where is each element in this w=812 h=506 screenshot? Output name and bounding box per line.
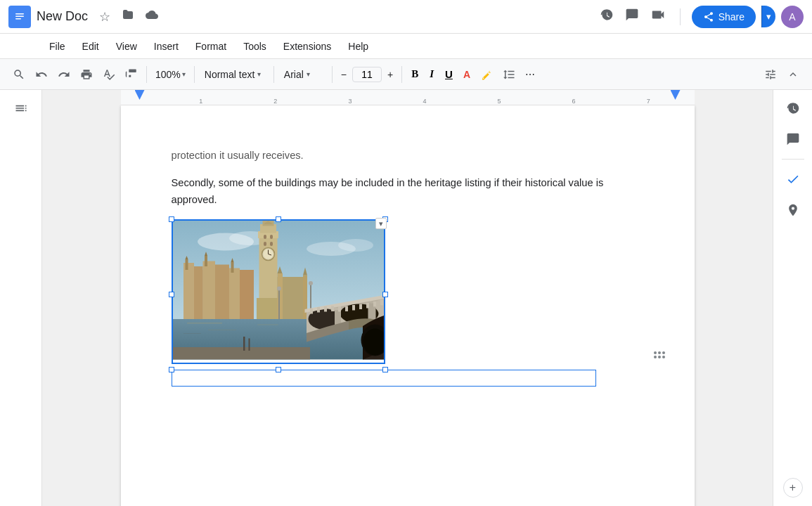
svg-rect-62 [352, 305, 355, 311]
title-action-icons: ☆ [96, 6, 161, 27]
handle-bl[interactable] [169, 367, 174, 372]
history-icon[interactable] [597, 5, 617, 28]
svg-rect-47 [257, 325, 278, 325]
share-button[interactable]: Share [692, 6, 756, 28]
svg-rect-64 [366, 303, 369, 309]
zoom-chevron: ▾ [182, 70, 186, 78]
paint-format-button[interactable] [121, 65, 142, 84]
more-options-button[interactable]: ⋯ [521, 66, 539, 83]
bold-button[interactable]: B [406, 65, 423, 83]
svg-rect-3 [15, 18, 21, 20]
print-button[interactable] [76, 65, 97, 84]
menu-insert[interactable]: Insert [147, 38, 186, 55]
meet-icon[interactable] [647, 4, 669, 29]
svg-rect-11 [194, 266, 203, 319]
style-chevron: ▾ [257, 70, 261, 78]
undo-button[interactable] [31, 65, 52, 84]
svg-rect-1 [15, 13, 24, 15]
text-color-label: A [463, 69, 470, 80]
zoom-selector[interactable]: 100% ▾ [151, 66, 190, 83]
outline-icon[interactable] [11, 98, 31, 122]
highlight-button[interactable] [476, 65, 497, 84]
collapse-toolbar-button[interactable] [782, 65, 804, 84]
sidebar-divider [782, 159, 804, 160]
style-selector[interactable]: Normal text ▾ [199, 66, 269, 83]
svg-rect-13 [215, 265, 229, 320]
ruler-left-margin[interactable] [135, 90, 145, 100]
svg-rect-60 [338, 306, 341, 312]
image-container[interactable] [172, 219, 385, 364]
share-dropdown-button[interactable]: ▾ [761, 6, 775, 27]
svg-rect-57 [317, 307, 320, 313]
maps-sidebar-icon[interactable] [780, 197, 806, 223]
svg-rect-20 [231, 262, 233, 273]
avatar[interactable]: A [781, 6, 804, 28]
italic-button[interactable]: I [425, 65, 439, 83]
formatting-options-button[interactable] [760, 65, 781, 84]
menu-edit[interactable]: Edit [75, 38, 106, 55]
cloud-icon[interactable] [143, 6, 161, 27]
svg-rect-33 [264, 242, 266, 246]
history-sidebar-icon[interactable] [780, 96, 806, 121]
page: protection it usually receives. Secondly… [121, 105, 695, 506]
image-wrapper: ▾ [172, 219, 385, 370]
svg-rect-34 [270, 242, 273, 246]
comment-sidebar-icon[interactable] [780, 126, 806, 152]
menu-format[interactable]: Format [188, 38, 233, 55]
menu-tools[interactable]: Tools [236, 38, 273, 55]
svg-rect-68 [243, 337, 245, 351]
svg-rect-65 [373, 301, 376, 307]
search-button[interactable] [8, 65, 30, 84]
svg-rect-10 [183, 263, 194, 319]
font-size-field[interactable]: 11 [352, 67, 382, 82]
comment-icon[interactable] [622, 5, 642, 28]
menu-view[interactable]: View [109, 38, 144, 55]
ruler: 1 2 3 4 5 6 7 [121, 90, 695, 105]
folder-icon[interactable] [119, 6, 137, 27]
svg-rect-16 [185, 259, 188, 270]
handle-tm[interactable] [276, 216, 281, 222]
menu-file[interactable]: File [42, 38, 72, 55]
title-bar: New Doc ☆ Share ▾ A [0, 0, 812, 34]
image-options-button[interactable]: ▾ [375, 218, 387, 229]
svg-rect-46 [187, 323, 222, 324]
redo-button[interactable] [53, 65, 75, 84]
svg-rect-37 [277, 273, 283, 319]
paragraph-1: protection it usually receives. [172, 148, 644, 164]
share-label: Share [718, 11, 745, 22]
paragraph-2[interactable]: Secondly, some of the buildings may be i… [172, 175, 644, 208]
menu-help[interactable]: Help [341, 38, 375, 55]
font-size-decrease-button[interactable]: − [337, 66, 351, 83]
image-drag-handle[interactable] [654, 351, 665, 358]
left-panel [0, 90, 42, 506]
spellcheck-button[interactable] [98, 65, 120, 84]
text-color-button[interactable]: A [459, 66, 475, 83]
svg-rect-18 [205, 256, 207, 266]
london-image [173, 221, 384, 360]
handle-mr[interactable] [382, 292, 388, 297]
star-icon[interactable]: ☆ [96, 6, 113, 27]
svg-rect-31 [264, 235, 266, 239]
handle-br[interactable] [382, 367, 388, 372]
svg-rect-12 [202, 261, 215, 320]
add-addon-button[interactable]: + [783, 478, 803, 498]
doc-wrapper: 1 2 3 4 5 6 7 protection it usually rece… [42, 90, 773, 506]
handle-bm[interactable] [276, 367, 281, 372]
underline-button[interactable]: U [440, 65, 458, 83]
line-spacing-button[interactable] [498, 65, 520, 84]
document-title[interactable]: New Doc [37, 9, 88, 24]
svg-rect-66 [380, 300, 383, 306]
font-chevron: ▾ [307, 70, 310, 78]
font-selector[interactable]: Arial ▾ [278, 66, 328, 83]
menu-extensions[interactable]: Extensions [276, 38, 338, 55]
font-size-increase-button[interactable]: + [383, 66, 397, 83]
svg-rect-14 [229, 268, 240, 320]
handle-ml[interactable] [169, 292, 174, 297]
ruler-right-margin[interactable] [671, 90, 681, 100]
svg-rect-15 [240, 270, 254, 319]
handle-tl[interactable] [169, 216, 174, 222]
svg-rect-59 [331, 306, 334, 312]
main-area: 1 2 3 4 5 6 7 protection it usually rece… [0, 90, 812, 506]
svg-rect-58 [324, 306, 327, 312]
tasks-sidebar-icon[interactable] [780, 167, 806, 192]
